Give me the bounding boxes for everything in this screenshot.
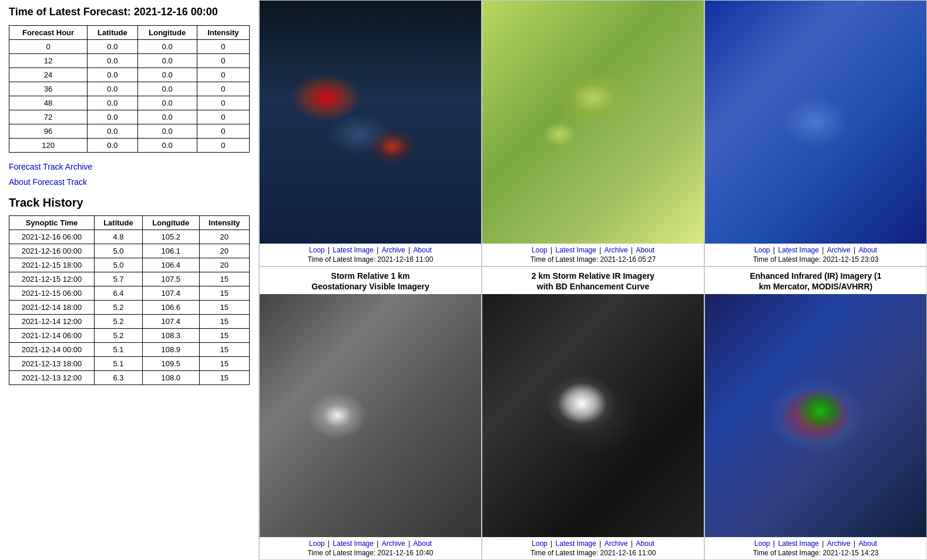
track-cell: 107.5 xyxy=(142,272,199,286)
forecast-cell: 0.0 xyxy=(88,40,138,54)
panel-link-loop-4[interactable]: Loop xyxy=(309,539,325,548)
forecast-cell: 0.0 xyxy=(88,68,138,82)
forecast-col-lon: Longitude xyxy=(137,26,197,40)
panel-footer-2: Loop | Latest Image | Archive | AboutTim… xyxy=(482,244,704,266)
panel-footer-5: Loop | Latest Image | Archive | AboutTim… xyxy=(482,537,704,559)
forecast-row: 240.00.00 xyxy=(9,68,250,82)
forecast-cell: 0 xyxy=(197,96,249,110)
track-row: 2021-12-14 18:005.2106.615 xyxy=(9,301,250,315)
track-cell: 108.3 xyxy=(142,329,199,343)
panel-link-latest-image-4[interactable]: Latest Image xyxy=(333,539,374,548)
panel-footer-3: Loop | Latest Image | Archive | AboutTim… xyxy=(705,244,926,266)
link-separator: | xyxy=(326,539,332,548)
forecast-col-hour: Forecast Hour xyxy=(9,26,88,40)
link-separator: | xyxy=(597,539,603,548)
track-cell: 5.2 xyxy=(94,315,142,329)
panel-link-archive-1[interactable]: Archive xyxy=(382,246,405,254)
track-cell: 106.1 xyxy=(142,244,199,258)
forecast-track-archive-link[interactable]: Forecast Track Archive xyxy=(9,162,92,171)
track-cell: 5.2 xyxy=(94,301,142,315)
track-cell: 109.5 xyxy=(142,357,199,371)
track-col-lat: Latitude xyxy=(94,216,142,230)
forecast-cell: 0.0 xyxy=(88,139,138,153)
satellite-panel-2: Loop | Latest Image | Archive | AboutTim… xyxy=(482,0,704,266)
panel-link-about-2[interactable]: About xyxy=(636,246,654,254)
track-row: 2021-12-16 06:004.8105.220 xyxy=(9,230,250,244)
track-row: 2021-12-14 12:005.2107.415 xyxy=(9,315,250,329)
panel-title-4: Storm Relative 1 kmGeostationary Visible… xyxy=(260,267,481,294)
forecast-cell: 0.0 xyxy=(88,54,138,68)
track-cell: 5.2 xyxy=(94,329,142,343)
track-col-lon: Longitude xyxy=(142,216,199,230)
track-history-title: Track History xyxy=(9,196,250,210)
forecast-cell: 120 xyxy=(9,139,88,153)
track-cell: 15 xyxy=(199,371,249,385)
panel-link-latest-image-6[interactable]: Latest Image xyxy=(778,539,819,548)
forecast-cell: 0 xyxy=(197,110,249,124)
forecast-cell: 24 xyxy=(9,68,88,82)
panel-link-loop-3[interactable]: Loop xyxy=(754,246,770,254)
track-cell: 2021-12-13 12:00 xyxy=(9,371,95,385)
link-separator: | xyxy=(549,539,555,548)
forecast-cell: 0.0 xyxy=(137,40,197,54)
link-separator: | xyxy=(549,246,555,254)
track-col-intensity: Intensity xyxy=(199,216,249,230)
left-panel: Time of Latest Forecast: 2021-12-16 00:0… xyxy=(0,0,258,560)
forecast-cell: 0 xyxy=(197,124,249,139)
panel-link-archive-5[interactable]: Archive xyxy=(604,539,628,548)
panel-time-2: Time of Latest Image: 2021-12-16 05:27 xyxy=(483,255,703,264)
forecast-cell: 0.0 xyxy=(137,82,197,96)
about-forecast-track-link[interactable]: About Forecast Track xyxy=(9,177,87,187)
forecast-cell: 0.0 xyxy=(137,139,197,153)
forecast-cell: 96 xyxy=(9,124,88,139)
track-cell: 4.8 xyxy=(94,230,142,244)
satellite-grid: Loop | Latest Image | Archive | AboutTim… xyxy=(258,0,927,560)
forecast-cell: 0.0 xyxy=(137,96,197,110)
link-separator: | xyxy=(771,539,777,548)
link-separator: | xyxy=(820,539,826,548)
panel-link-latest-image-5[interactable]: Latest Image xyxy=(556,539,596,548)
track-cell: 2021-12-14 00:00 xyxy=(9,343,95,357)
panel-link-latest-image-2[interactable]: Latest Image xyxy=(556,246,596,254)
panel-link-archive-4[interactable]: Archive xyxy=(382,539,405,548)
panel-footer-6: Loop | Latest Image | Archive | AboutTim… xyxy=(705,537,926,559)
track-row: 2021-12-13 18:005.1109.515 xyxy=(9,357,250,371)
track-cell: 105.2 xyxy=(142,230,199,244)
panel-link-archive-2[interactable]: Archive xyxy=(604,246,628,254)
link-separator: | xyxy=(852,539,858,548)
panel-link-loop-2[interactable]: Loop xyxy=(532,246,548,254)
track-cell: 2021-12-15 18:00 xyxy=(9,258,95,272)
panel-link-loop-5[interactable]: Loop xyxy=(532,539,548,548)
panel-link-loop-1[interactable]: Loop xyxy=(309,246,325,254)
link-separator: | xyxy=(326,246,332,254)
panel-link-archive-3[interactable]: Archive xyxy=(827,246,851,254)
satellite-image-4 xyxy=(260,294,481,537)
panel-link-about-6[interactable]: About xyxy=(859,539,877,548)
forecast-row: 480.00.00 xyxy=(9,96,250,110)
forecast-track-archive-section: Forecast Track Archive xyxy=(9,162,250,171)
forecast-cell: 0.0 xyxy=(88,124,138,139)
forecast-cell: 0.0 xyxy=(137,68,197,82)
track-cell: 2021-12-15 06:00 xyxy=(9,286,95,301)
panel-link-latest-image-3[interactable]: Latest Image xyxy=(778,246,819,254)
forecast-col-lat: Latitude xyxy=(88,26,138,40)
panel-link-archive-6[interactable]: Archive xyxy=(827,539,851,548)
link-separator: | xyxy=(771,246,777,254)
panel-link-about-3[interactable]: About xyxy=(859,246,877,254)
satellite-panel-5: 2 km Storm Relative IR Imagerywith BD En… xyxy=(482,266,704,560)
about-forecast-track-section: About Forecast Track xyxy=(9,177,250,187)
track-row: 2021-12-13 12:006.3108.015 xyxy=(9,371,250,385)
panel-time-6: Time of Latest Image: 2021-12-15 14:23 xyxy=(706,549,925,557)
forecast-cell: 0 xyxy=(197,40,249,54)
forecast-cell: 0 xyxy=(9,40,88,54)
track-cell: 5.0 xyxy=(94,244,142,258)
panel-link-about-1[interactable]: About xyxy=(414,246,432,254)
forecast-cell: 0.0 xyxy=(137,54,197,68)
panel-link-about-5[interactable]: About xyxy=(636,539,654,548)
track-row: 2021-12-14 06:005.2108.315 xyxy=(9,329,250,343)
forecast-cell: 0.0 xyxy=(88,82,138,96)
panel-link-about-4[interactable]: About xyxy=(414,539,432,548)
panel-link-latest-image-1[interactable]: Latest Image xyxy=(333,246,374,254)
track-cell: 15 xyxy=(199,343,249,357)
panel-link-loop-6[interactable]: Loop xyxy=(754,539,770,548)
